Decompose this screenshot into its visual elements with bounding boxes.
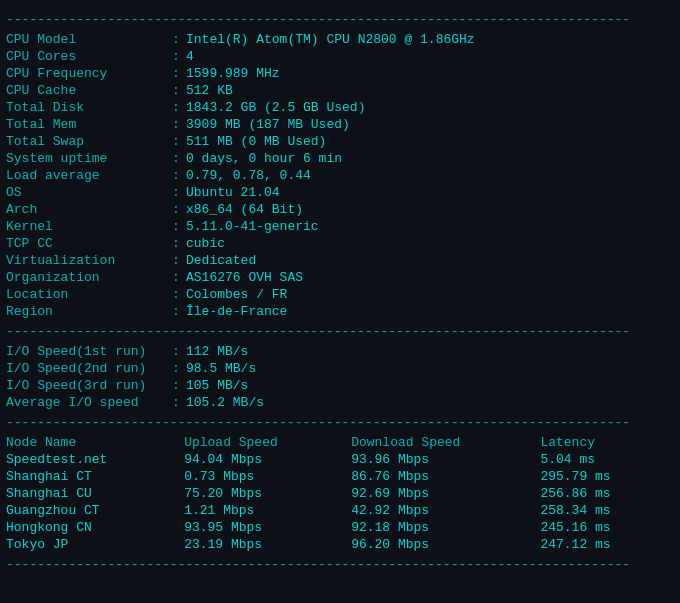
table-row: I/O Speed(3rd run) : 105 MB/s: [6, 377, 674, 394]
sysinfo-value: Colombes / FR: [186, 286, 674, 303]
network-download: 92.69 Mbps: [351, 485, 540, 502]
network-row: Speedtest.net 94.04 Mbps 93.96 Mbps 5.04…: [6, 451, 674, 468]
sysinfo-label: Total Swap: [6, 133, 166, 150]
sysinfo-value: Dedicated: [186, 252, 674, 269]
network-download: 96.20 Mbps: [351, 536, 540, 553]
network-latency: 256.86 ms: [540, 485, 674, 502]
sysinfo-value: 5.11.0-41-generic: [186, 218, 674, 235]
sysinfo-label: Load average: [6, 167, 166, 184]
sysinfo-value: 512 KB: [186, 82, 674, 99]
sysinfo-label: TCP CC: [6, 235, 166, 252]
table-row: Region : Île-de-France: [6, 303, 674, 320]
io-colon: :: [166, 360, 186, 377]
bottom-divider: ----------------------------------------…: [6, 557, 674, 572]
table-row: Organization : AS16276 OVH SAS: [6, 269, 674, 286]
divider-1: ----------------------------------------…: [6, 324, 674, 339]
sysinfo-value: Ubuntu 21.04: [186, 184, 674, 201]
sysinfo-label: Total Mem: [6, 116, 166, 133]
network-latency: 258.34 ms: [540, 502, 674, 519]
sysinfo-colon: :: [166, 167, 186, 184]
sysinfo-colon: :: [166, 150, 186, 167]
io-table: I/O Speed(1st run) : 112 MB/s I/O Speed(…: [6, 343, 674, 411]
network-node: Shanghai CU: [6, 485, 184, 502]
sysinfo-colon: :: [166, 218, 186, 235]
sysinfo-section: CPU Model : Intel(R) Atom(TM) CPU N2800 …: [6, 31, 674, 320]
top-divider: ----------------------------------------…: [6, 12, 674, 27]
io-value: 105 MB/s: [186, 377, 674, 394]
io-value: 98.5 MB/s: [186, 360, 674, 377]
table-row: Total Swap : 511 MB (0 MB Used): [6, 133, 674, 150]
col-header-node: Node Name: [6, 434, 184, 451]
table-row: Load average : 0.79, 0.78, 0.44: [6, 167, 674, 184]
sysinfo-value: 4: [186, 48, 674, 65]
network-header-row: Node Name Upload Speed Download Speed La…: [6, 434, 674, 451]
sysinfo-label: Kernel: [6, 218, 166, 235]
sysinfo-value: 1843.2 GB (2.5 GB Used): [186, 99, 674, 116]
table-row: Average I/O speed : 105.2 MB/s: [6, 394, 674, 411]
table-row: Arch : x86_64 (64 Bit): [6, 201, 674, 218]
network-node: Speedtest.net: [6, 451, 184, 468]
network-latency: 247.12 ms: [540, 536, 674, 553]
network-row: Shanghai CU 75.20 Mbps 92.69 Mbps 256.86…: [6, 485, 674, 502]
io-label: I/O Speed(3rd run): [6, 377, 166, 394]
sysinfo-colon: :: [166, 269, 186, 286]
io-colon: :: [166, 377, 186, 394]
sysinfo-value: Intel(R) Atom(TM) CPU N2800 @ 1.86GHz: [186, 31, 674, 48]
network-download: 86.76 Mbps: [351, 468, 540, 485]
network-row: Tokyo JP 23.19 Mbps 96.20 Mbps 247.12 ms: [6, 536, 674, 553]
io-label: Average I/O speed: [6, 394, 166, 411]
io-section: I/O Speed(1st run) : 112 MB/s I/O Speed(…: [6, 343, 674, 411]
sysinfo-value: AS16276 OVH SAS: [186, 269, 674, 286]
network-upload: 94.04 Mbps: [184, 451, 351, 468]
sysinfo-label: Region: [6, 303, 166, 320]
sysinfo-label: Arch: [6, 201, 166, 218]
col-header-latency: Latency: [540, 434, 674, 451]
network-row: Guangzhou CT 1.21 Mbps 42.92 Mbps 258.34…: [6, 502, 674, 519]
table-row: Virtualization : Dedicated: [6, 252, 674, 269]
col-header-upload: Upload Speed: [184, 434, 351, 451]
table-row: CPU Model : Intel(R) Atom(TM) CPU N2800 …: [6, 31, 674, 48]
sysinfo-colon: :: [166, 31, 186, 48]
sysinfo-value: x86_64 (64 Bit): [186, 201, 674, 218]
sysinfo-colon: :: [166, 82, 186, 99]
sysinfo-label: Total Disk: [6, 99, 166, 116]
sysinfo-label: CPU Cores: [6, 48, 166, 65]
sysinfo-colon: :: [166, 201, 186, 218]
sysinfo-value: 511 MB (0 MB Used): [186, 133, 674, 150]
network-latency: 245.16 ms: [540, 519, 674, 536]
sysinfo-label: CPU Cache: [6, 82, 166, 99]
network-upload: 1.21 Mbps: [184, 502, 351, 519]
table-row: CPU Cache : 512 KB: [6, 82, 674, 99]
network-latency: 5.04 ms: [540, 451, 674, 468]
network-node: Tokyo JP: [6, 536, 184, 553]
sysinfo-colon: :: [166, 235, 186, 252]
table-row: CPU Cores : 4: [6, 48, 674, 65]
sysinfo-colon: :: [166, 133, 186, 150]
sysinfo-colon: :: [166, 65, 186, 82]
sysinfo-label: System uptime: [6, 150, 166, 167]
sysinfo-value: 3909 MB (187 MB Used): [186, 116, 674, 133]
table-row: Location : Colombes / FR: [6, 286, 674, 303]
sysinfo-colon: :: [166, 252, 186, 269]
sysinfo-colon: :: [166, 99, 186, 116]
col-header-download: Download Speed: [351, 434, 540, 451]
io-label: I/O Speed(1st run): [6, 343, 166, 360]
network-row: Hongkong CN 93.95 Mbps 92.18 Mbps 245.16…: [6, 519, 674, 536]
network-download: 93.96 Mbps: [351, 451, 540, 468]
network-upload: 23.19 Mbps: [184, 536, 351, 553]
sysinfo-value: Île-de-France: [186, 303, 674, 320]
table-row: OS : Ubuntu 21.04: [6, 184, 674, 201]
sysinfo-label: Virtualization: [6, 252, 166, 269]
network-upload: 75.20 Mbps: [184, 485, 351, 502]
network-table: Node Name Upload Speed Download Speed La…: [6, 434, 674, 553]
io-colon: :: [166, 394, 186, 411]
io-value: 105.2 MB/s: [186, 394, 674, 411]
table-row: System uptime : 0 days, 0 hour 6 min: [6, 150, 674, 167]
io-value: 112 MB/s: [186, 343, 674, 360]
table-row: I/O Speed(2nd run) : 98.5 MB/s: [6, 360, 674, 377]
sysinfo-label: CPU Model: [6, 31, 166, 48]
sysinfo-label: Organization: [6, 269, 166, 286]
network-download: 92.18 Mbps: [351, 519, 540, 536]
io-colon: :: [166, 343, 186, 360]
sysinfo-colon: :: [166, 116, 186, 133]
